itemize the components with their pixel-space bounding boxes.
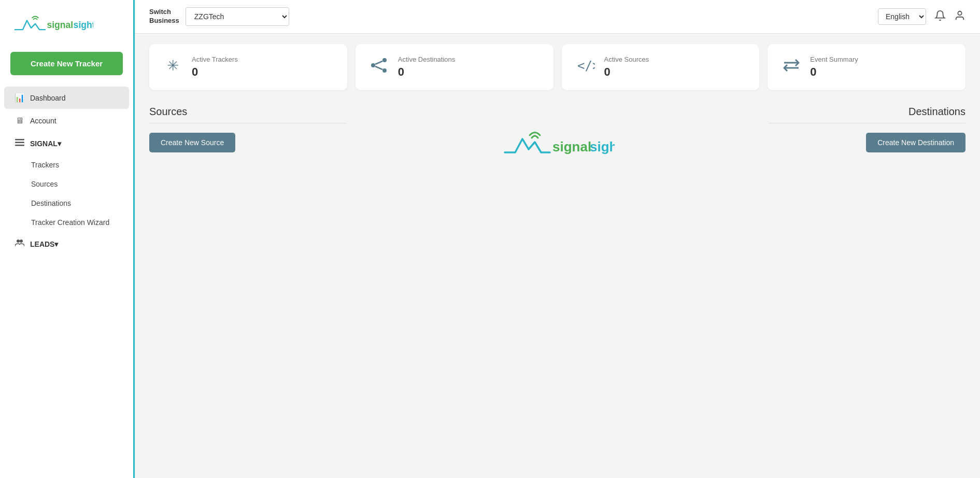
stat-card-active-sources: </> Active Sources 0 (562, 44, 760, 90)
svg-line-12 (375, 61, 382, 64)
leads-section-label: LEADS (30, 240, 54, 248)
language-select[interactable]: English Spanish French (878, 8, 926, 25)
sidebar: signal sight Create New Tracker 📊 Dashbo… (0, 0, 135, 478)
content-area: Sources Create New Source signal si (135, 95, 980, 478)
logo-container: signal sight (0, 0, 133, 47)
header-left: SwitchBusiness ZZGTech (149, 7, 289, 26)
sources-column: Sources Create New Source (149, 106, 346, 152)
sidebar-leads-section[interactable]: LEADS ▾ (4, 233, 129, 256)
destinations-column: Destinations Create New Destination (769, 106, 965, 152)
center-signalsight-logo: signal sight (501, 126, 615, 163)
stat-card-event-summary: Event Summary 0 (768, 44, 965, 90)
sidebar-nav: 📊 Dashboard 🖥 Account SIGNAL ▾ Trackers … (0, 86, 133, 257)
leads-icon (15, 239, 25, 249)
sidebar-item-account-label: Account (30, 117, 119, 125)
signal-icon (15, 139, 25, 148)
two-col-layout: Sources Create New Source signal si (149, 106, 965, 186)
svg-line-13 (375, 66, 382, 69)
signalsight-logo: signal sight (10, 10, 93, 39)
stat-card-active-trackers: ✳ Active Trackers 0 (149, 44, 347, 90)
event-summary-label: Event Summary (810, 55, 858, 63)
create-tracker-button[interactable]: Create New Tracker (10, 52, 123, 75)
svg-text:signal: signal (47, 20, 73, 30)
active-sources-icon: </> (576, 56, 595, 79)
svg-text:✳: ✳ (167, 58, 179, 74)
svg-rect-4 (15, 145, 24, 146)
switch-business-label: SwitchBusiness (149, 8, 179, 25)
signal-chevron-icon: ▾ (58, 139, 61, 148)
svg-text:signal: signal (552, 139, 591, 154)
svg-point-11 (382, 68, 387, 73)
sidebar-item-sources[interactable]: Sources (4, 175, 129, 193)
business-select[interactable]: ZZGTech (186, 7, 289, 26)
svg-point-6 (20, 240, 23, 243)
signal-section-label: SIGNAL (30, 139, 58, 148)
sidebar-item-account[interactable]: 🖥 Account (4, 110, 129, 132)
svg-point-5 (17, 240, 20, 243)
sidebar-item-dashboard-label: Dashboard (30, 94, 119, 102)
stats-row: ✳ Active Trackers 0 Active Destinati (135, 34, 980, 95)
account-icon: 🖥 (15, 116, 25, 125)
header: SwitchBusiness ZZGTech English Spanish F… (135, 0, 980, 34)
leads-chevron-icon: ▾ (54, 240, 58, 248)
center-logo: signal sight (501, 126, 615, 165)
dashboard-icon: 📊 (15, 93, 25, 103)
svg-rect-3 (15, 142, 24, 144)
svg-text:</>: </> (577, 59, 595, 73)
active-trackers-value: 0 (192, 65, 238, 79)
svg-point-9 (371, 63, 375, 67)
svg-point-7 (958, 11, 961, 15)
create-source-button[interactable]: Create New Source (149, 133, 235, 152)
event-summary-icon (782, 56, 801, 79)
active-sources-label: Active Sources (604, 55, 649, 63)
svg-text:sight: sight (590, 139, 615, 154)
active-destinations-icon (370, 56, 389, 79)
svg-rect-2 (15, 139, 24, 140)
user-avatar-icon[interactable] (954, 10, 965, 24)
active-destinations-label: Active Destinations (398, 55, 456, 63)
event-summary-value: 0 (810, 65, 858, 79)
sources-section-title: Sources (149, 106, 346, 123)
active-trackers-icon: ✳ (164, 56, 182, 79)
sidebar-item-dashboard[interactable]: 📊 Dashboard (4, 87, 129, 109)
sidebar-item-destinations[interactable]: Destinations (4, 194, 129, 213)
destinations-section-title: Destinations (769, 106, 965, 123)
svg-text:sight: sight (74, 20, 93, 30)
sidebar-signal-section[interactable]: SIGNAL ▾ (4, 133, 129, 154)
stat-card-active-destinations: Active Destinations 0 (356, 44, 553, 90)
center-logo-column: signal sight (357, 106, 758, 186)
header-right: English Spanish French (878, 8, 965, 25)
sidebar-item-trackers[interactable]: Trackers (4, 156, 129, 174)
notification-bell-icon[interactable] (934, 10, 946, 24)
main-content: SwitchBusiness ZZGTech English Spanish F… (135, 0, 980, 478)
create-destination-button[interactable]: Create New Destination (866, 133, 965, 152)
active-trackers-label: Active Trackers (192, 55, 238, 63)
active-destinations-value: 0 (398, 65, 456, 79)
svg-point-10 (382, 58, 387, 62)
sidebar-item-tracker-wizard[interactable]: Tracker Creation Wizard (4, 213, 129, 232)
active-sources-value: 0 (604, 65, 649, 79)
